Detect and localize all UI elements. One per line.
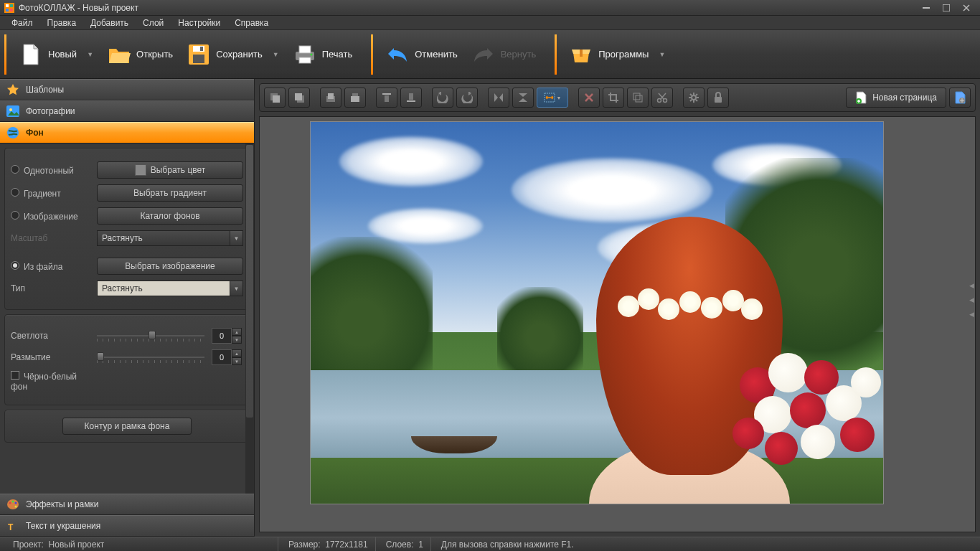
menu-file[interactable]: Файл xyxy=(4,17,40,29)
minimize-button[interactable] xyxy=(917,2,936,14)
redo-button[interactable]: Вернуть xyxy=(465,37,544,72)
send-back-icon[interactable] xyxy=(288,88,310,108)
menu-add[interactable]: Добавить xyxy=(83,17,136,29)
svg-rect-32 xyxy=(382,93,391,95)
box-icon xyxy=(570,43,593,66)
svg-rect-12 xyxy=(299,46,311,53)
blur-slider[interactable] xyxy=(97,350,204,364)
catalog-button[interactable]: Каталог фонов xyxy=(97,207,243,225)
tab-photos[interactable]: Фотографии xyxy=(0,100,254,122)
color-swatch xyxy=(135,164,146,176)
svg-rect-9 xyxy=(193,55,204,63)
flip-h-icon[interactable] xyxy=(488,88,509,108)
chevron-down-icon: ▼ xyxy=(87,51,93,58)
fit-width-icon[interactable]: ▼ xyxy=(537,88,568,108)
scale-label: Масштаб xyxy=(11,233,90,243)
pick-color-button[interactable]: Выбрать цвет xyxy=(97,161,243,179)
folder-open-icon xyxy=(108,43,131,66)
svg-rect-27 xyxy=(295,93,302,100)
layer-up-icon[interactable] xyxy=(320,88,341,108)
bring-front-icon[interactable] xyxy=(264,88,286,108)
collapse-handle[interactable]: ◀ xyxy=(969,296,974,301)
rotate-right-icon[interactable] xyxy=(456,88,478,108)
pick-image-button[interactable]: Выбрать изображение xyxy=(97,258,243,275)
lock-icon[interactable] xyxy=(707,88,729,108)
cut-icon[interactable] xyxy=(651,88,673,108)
tab-effects[interactable]: Эффекты и рамки xyxy=(0,494,254,515)
svg-rect-34 xyxy=(407,100,415,102)
canvas[interactable]: ◀ ◀ ◀ xyxy=(259,116,976,532)
gear-icon[interactable] xyxy=(683,88,705,108)
open-button[interactable]: Открыть xyxy=(100,37,180,72)
crop-icon[interactable] xyxy=(603,88,624,108)
collapse-handle[interactable]: ◀ xyxy=(969,311,974,315)
app-icon xyxy=(4,3,14,13)
scale-select[interactable]: Растянуть▼ xyxy=(97,230,243,246)
programs-button[interactable]: Программы▼ xyxy=(562,37,672,72)
new-file-icon xyxy=(19,43,42,66)
scrollbar[interactable] xyxy=(245,143,254,494)
status-project: Проект: Новый проект xyxy=(6,537,278,551)
tab-text[interactable]: T Текст и украшения xyxy=(0,515,254,537)
menu-layer[interactable]: Слой xyxy=(136,17,171,29)
tab-background[interactable]: Фон xyxy=(0,122,254,143)
svg-point-39 xyxy=(658,99,661,103)
blur-spinner[interactable]: ▲▼ xyxy=(212,349,243,365)
photo-layer-bouquet[interactable] xyxy=(732,346,884,489)
svg-point-19 xyxy=(9,502,11,504)
new-button[interactable]: Новый▼ xyxy=(12,37,100,72)
printer-icon xyxy=(293,43,316,66)
menu-settings[interactable]: Настройки xyxy=(171,17,227,29)
maximize-button[interactable] xyxy=(937,2,956,14)
menu-edit[interactable]: Правка xyxy=(40,17,84,29)
type-label: Тип xyxy=(11,283,90,293)
svg-point-20 xyxy=(12,501,14,503)
chevron-down-icon: ▼ xyxy=(230,281,242,296)
svg-point-21 xyxy=(15,502,17,504)
svg-rect-29 xyxy=(328,93,334,99)
collapse-handle[interactable]: ◀ xyxy=(969,282,974,286)
print-button[interactable]: Печать xyxy=(286,37,360,72)
svg-point-22 xyxy=(15,506,17,508)
align-bottom-icon[interactable] xyxy=(400,88,422,108)
duplicate-icon[interactable] xyxy=(627,88,649,108)
svg-point-16 xyxy=(9,108,12,111)
svg-rect-4 xyxy=(10,9,13,11)
save-button[interactable]: Сохранить▼ xyxy=(180,37,286,72)
brightness-spinner[interactable]: ▲▼ xyxy=(212,328,243,344)
close-button[interactable] xyxy=(957,2,976,14)
flip-v-icon[interactable] xyxy=(512,88,534,108)
radio-from-file[interactable]: Из файла xyxy=(11,261,90,272)
radio-gradient[interactable]: Градиент xyxy=(11,188,90,199)
page-settings-icon[interactable] xyxy=(949,88,971,108)
radio-solid[interactable]: Однотонный xyxy=(11,165,90,176)
undo-button[interactable]: Отменить xyxy=(379,37,464,72)
rotate-left-icon[interactable] xyxy=(432,88,453,108)
collage-page[interactable] xyxy=(310,121,884,504)
text-icon: T xyxy=(6,519,20,533)
canvas-area: ▼ Новая страница xyxy=(255,79,980,537)
svg-rect-5 xyxy=(923,7,930,9)
svg-rect-6 xyxy=(943,4,950,11)
new-page-button[interactable]: Новая страница xyxy=(846,88,946,108)
chevron-down-icon: ▼ xyxy=(230,231,242,245)
brightness-slider[interactable] xyxy=(97,329,204,343)
radio-image[interactable]: Изображение xyxy=(11,211,90,222)
chevron-down-icon: ▼ xyxy=(273,51,279,58)
side-panel: Шаблоны Фотографии Фон Однотонный Выбрат… xyxy=(0,79,255,537)
palette-icon xyxy=(6,497,20,512)
type-select[interactable]: Растянуть▼ xyxy=(97,281,243,296)
menu-help[interactable]: Справка xyxy=(227,17,275,29)
pick-gradient-button[interactable]: Выбрать градиент xyxy=(97,184,243,202)
brightness-label: Светлота xyxy=(11,331,90,341)
bw-checkbox[interactable]: Чёрно-белый фон xyxy=(11,371,90,392)
outline-button[interactable]: Контур и рамка фона xyxy=(62,418,192,435)
svg-rect-42 xyxy=(715,97,722,103)
layer-down-icon[interactable] xyxy=(344,88,366,108)
delete-icon[interactable] xyxy=(578,88,600,108)
redo-icon xyxy=(472,43,495,66)
tab-templates[interactable]: Шаблоны xyxy=(0,79,254,100)
status-size: Размер: 1772x1181 xyxy=(281,537,376,551)
align-top-icon[interactable] xyxy=(376,88,397,108)
svg-point-17 xyxy=(7,127,19,138)
